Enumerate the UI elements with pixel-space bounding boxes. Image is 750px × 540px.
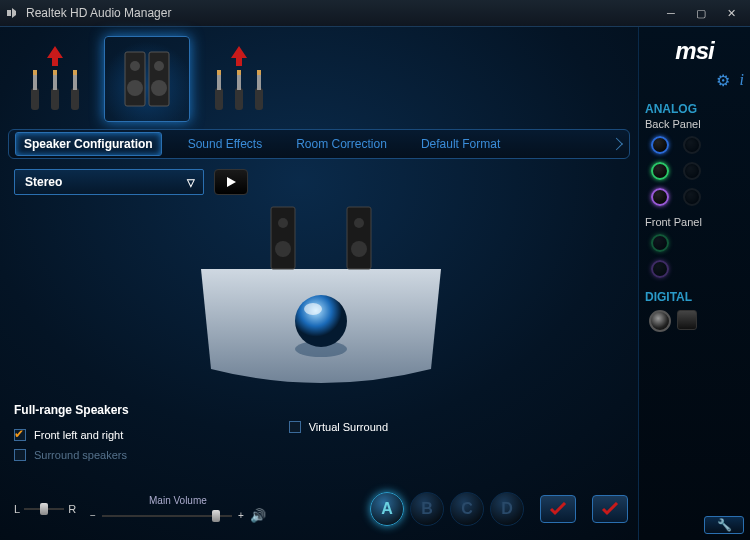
svg-point-13 — [154, 61, 164, 71]
checkbox-virtual-surround[interactable]: Virtual Surround — [289, 421, 388, 433]
gear-icon[interactable]: ⚙ — [716, 71, 730, 90]
svg-point-11 — [127, 80, 143, 96]
svg-point-29 — [351, 241, 367, 257]
tab-sound-effects[interactable]: Sound Effects — [180, 133, 271, 155]
preset-d-button[interactable]: D — [490, 492, 524, 526]
device-selector-row — [8, 31, 630, 127]
checkbox-label: Front left and right — [34, 429, 123, 441]
settings-button[interactable]: 🔧 — [704, 516, 744, 534]
svg-rect-0 — [31, 88, 39, 110]
front-panel-label: Front Panel — [645, 216, 702, 228]
svg-rect-5 — [53, 70, 57, 75]
preset-b-button[interactable]: B — [410, 492, 444, 526]
minimize-button[interactable]: ─ — [656, 0, 686, 26]
jack-orange[interactable] — [683, 162, 701, 180]
tab-bar: Speaker Configuration Sound Effects Room… — [8, 129, 630, 159]
window-title: Realtek HD Audio Manager — [26, 6, 656, 20]
wrench-icon: 🔧 — [717, 518, 732, 532]
svg-rect-15 — [215, 88, 223, 110]
svg-rect-18 — [235, 88, 243, 110]
preset-a-button[interactable]: A — [370, 492, 404, 526]
svg-rect-24 — [271, 207, 295, 269]
digital-title: DIGITAL — [645, 290, 692, 304]
speakers-icon — [117, 44, 177, 114]
svg-point-28 — [354, 218, 364, 228]
audio-jacks-up-icon — [25, 44, 85, 114]
svg-rect-19 — [237, 74, 241, 90]
svg-rect-6 — [71, 88, 79, 110]
check-icon — [549, 502, 567, 516]
svg-point-14 — [151, 80, 167, 96]
svg-rect-8 — [73, 70, 77, 75]
jack-green[interactable] — [651, 162, 669, 180]
jack-front-pink[interactable] — [651, 260, 669, 278]
svg-rect-1 — [33, 74, 37, 90]
svg-rect-17 — [217, 70, 221, 75]
balance-left-label: L — [14, 503, 20, 515]
checkbox-front-lr[interactable]: Front left and right — [14, 429, 129, 441]
audio-jacks-up-icon — [209, 44, 269, 114]
speaker-stage — [171, 189, 471, 399]
svg-rect-23 — [257, 70, 261, 75]
volume-minus[interactable]: − — [90, 510, 96, 521]
checkbox-icon — [14, 449, 26, 461]
svg-rect-9 — [125, 52, 145, 106]
chevron-down-icon: ▽ — [187, 177, 195, 188]
back-panel-jacks — [645, 136, 701, 206]
close-button[interactable]: ✕ — [716, 0, 746, 26]
volume-label: Main Volume — [149, 495, 207, 506]
speaker-icon[interactable]: 🔊 — [250, 508, 266, 523]
balance-slider[interactable]: L R — [14, 502, 76, 516]
side-panel: msi ⚙ i ANALOG Back Panel Front Panel DI… — [638, 27, 750, 540]
jack-pink[interactable] — [651, 188, 669, 206]
svg-rect-3 — [51, 88, 59, 110]
svg-rect-20 — [237, 70, 241, 75]
checkbox-icon — [14, 429, 26, 441]
volume-slider[interactable] — [102, 509, 232, 523]
play-icon — [225, 176, 237, 188]
svg-rect-16 — [217, 74, 221, 90]
svg-point-10 — [130, 61, 140, 71]
back-panel-label: Back Panel — [645, 118, 701, 130]
device-input-jacks[interactable] — [12, 36, 98, 122]
tab-room-correction[interactable]: Room Correction — [288, 133, 395, 155]
device-output-jacks[interactable] — [196, 36, 282, 122]
optical-jack[interactable] — [677, 310, 697, 330]
jack-blue[interactable] — [651, 136, 669, 154]
svg-point-32 — [304, 303, 322, 315]
svg-rect-12 — [149, 52, 169, 106]
svg-point-26 — [275, 241, 291, 257]
checkbox-icon — [289, 421, 301, 433]
digital-jacks — [645, 310, 697, 332]
maximize-button[interactable]: ▢ — [686, 0, 716, 26]
jack-grey[interactable] — [683, 188, 701, 206]
front-panel-jacks — [645, 234, 669, 278]
svg-rect-27 — [347, 207, 371, 269]
check-icon — [601, 502, 619, 516]
analog-title: ANALOG — [645, 102, 697, 116]
svg-rect-7 — [73, 74, 77, 90]
spdif-jack[interactable] — [649, 310, 671, 332]
balance-right-label: R — [68, 503, 76, 515]
svg-rect-22 — [257, 74, 261, 90]
full-range-title: Full-range Speakers — [14, 403, 129, 417]
svg-rect-2 — [33, 70, 37, 75]
tab-default-format[interactable]: Default Format — [413, 133, 508, 155]
apply-alt-button[interactable] — [592, 495, 628, 523]
tab-speaker-config[interactable]: Speaker Configuration — [15, 132, 162, 156]
checkbox-label: Surround speakers — [34, 449, 127, 461]
info-icon[interactable]: i — [740, 71, 744, 90]
jack-front-green[interactable] — [651, 234, 669, 252]
app-icon — [4, 5, 20, 21]
preset-c-button[interactable]: C — [450, 492, 484, 526]
jack-black[interactable] — [683, 136, 701, 154]
checkbox-label: Virtual Surround — [309, 421, 388, 433]
svg-rect-4 — [53, 74, 57, 90]
device-speakers[interactable] — [104, 36, 190, 122]
titlebar: Realtek HD Audio Manager ─ ▢ ✕ — [0, 0, 750, 26]
dropdown-value: Stereo — [25, 175, 62, 189]
brand-logo: msi — [675, 37, 713, 65]
volume-plus[interactable]: + — [238, 510, 244, 521]
apply-button[interactable] — [540, 495, 576, 523]
svg-rect-21 — [255, 88, 263, 110]
